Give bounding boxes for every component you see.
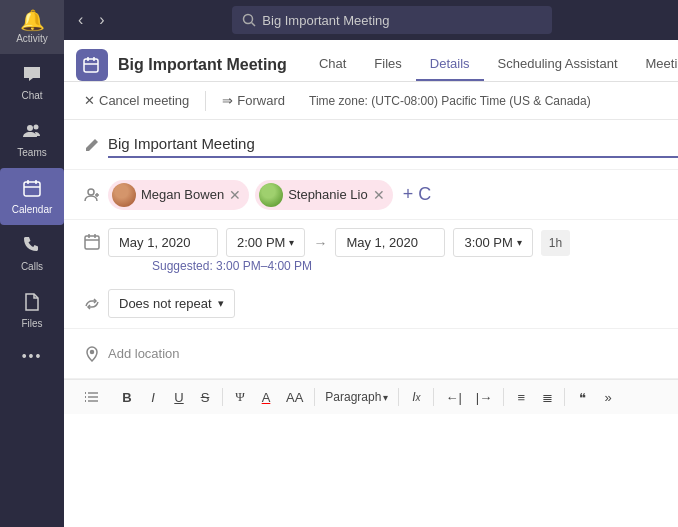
sidebar-item-label: Calendar	[12, 204, 53, 215]
underline-button[interactable]: U	[168, 387, 190, 408]
avatar-stephanie	[259, 183, 283, 207]
title-content	[108, 131, 678, 158]
start-time-chevron-icon: ▾	[289, 237, 294, 248]
sidebar-item-label: Files	[21, 318, 42, 329]
sidebar-item-teams[interactable]: Teams	[0, 111, 64, 168]
top-nav: ‹ ›	[64, 0, 678, 40]
font-color-button[interactable]: A	[255, 387, 277, 408]
tab-files[interactable]: Files	[360, 48, 415, 81]
chat-icon	[22, 64, 42, 87]
attendee-name-stephanie: Stephanie Lio	[288, 187, 368, 202]
svg-line-7	[252, 23, 256, 27]
svg-point-6	[244, 15, 253, 24]
repeat-content: Does not repeat ▾	[108, 289, 678, 318]
end-time-chevron-icon: ▾	[517, 237, 522, 248]
sidebar-item-calendar[interactable]: Calendar	[0, 168, 64, 225]
activity-icon: 🔔	[20, 10, 45, 30]
sidebar-item-files[interactable]: Files	[0, 282, 64, 339]
bold-button[interactable]: B	[116, 387, 138, 408]
repeat-select[interactable]: Does not repeat ▾	[108, 289, 235, 318]
paragraph-label: Paragraph	[325, 390, 381, 404]
clear-format-button[interactable]: Ix	[405, 387, 427, 407]
datetime-row: May 1, 2020 2:00 PM ▾ → May 1, 2020 3:00…	[64, 220, 678, 279]
svg-rect-2	[24, 182, 40, 196]
rte-divider-4	[433, 388, 434, 406]
sidebar-item-label: Teams	[17, 147, 46, 158]
forward-icon: ⇒	[222, 93, 233, 108]
forward-button[interactable]: ›	[93, 7, 110, 33]
edit-icon	[76, 137, 108, 153]
paragraph-select[interactable]: Paragraph ▾	[321, 387, 392, 407]
sidebar-item-activity[interactable]: 🔔 Activity	[0, 0, 64, 54]
teams-icon	[22, 121, 42, 144]
date-arrow-icon: →	[313, 235, 327, 251]
location-input[interactable]: Add location	[108, 346, 180, 361]
avatar-megan	[112, 183, 136, 207]
date-time-inputs: May 1, 2020 2:00 PM ▾ → May 1, 2020 3:00…	[108, 228, 678, 257]
more-icon: •••	[22, 349, 43, 363]
search-icon	[242, 13, 256, 27]
start-date-input[interactable]: May 1, 2020	[108, 228, 218, 257]
sidebar-item-calls[interactable]: Calls	[0, 225, 64, 282]
location-row: Add location	[64, 329, 678, 379]
rte-divider-2	[314, 388, 315, 406]
attendee-name-megan: Megan Bowen	[141, 187, 224, 202]
datetime-icon	[76, 234, 108, 250]
forward-label: Forward	[237, 93, 285, 108]
remove-attendee-megan[interactable]: ✕	[229, 187, 241, 203]
numbered-list-button[interactable]: ≣	[536, 387, 558, 408]
location-content: Add location	[108, 346, 678, 361]
meeting-title-input[interactable]	[108, 131, 678, 158]
forward-button[interactable]: ⇒ Forward	[214, 90, 293, 111]
quote-button[interactable]: ❝	[571, 387, 593, 408]
tab-chat[interactable]: Chat	[305, 48, 360, 81]
search-input[interactable]	[262, 13, 542, 28]
end-time-value: 3:00 PM	[464, 235, 512, 250]
title-row	[64, 120, 678, 170]
more-format-button[interactable]: »	[597, 387, 619, 408]
rte-divider-3	[398, 388, 399, 406]
paragraph-chevron-icon: ▾	[383, 392, 388, 403]
sidebar-item-label: Activity	[16, 33, 48, 44]
repeat-value: Does not repeat	[119, 296, 212, 311]
rte-divider-6	[564, 388, 565, 406]
svg-point-1	[34, 125, 39, 130]
timezone-text: Time zone: (UTC-08:00) Pacific Time (US …	[309, 94, 678, 108]
remove-attendee-stephanie[interactable]: ✕	[373, 187, 385, 203]
attendees-content: Megan Bowen ✕ Stephanie Lio ✕ + C	[108, 180, 678, 210]
italic-button[interactable]: I	[142, 387, 164, 408]
indent-button[interactable]: |→	[471, 387, 497, 408]
font-size-button[interactable]: AA	[281, 387, 308, 408]
sidebar-item-more[interactable]: •••	[0, 339, 64, 373]
calls-icon	[22, 235, 42, 258]
add-attendee-button[interactable]: + C	[403, 184, 432, 205]
svg-point-0	[27, 125, 33, 131]
sidebar: 🔔 Activity Chat Teams Calendar Calls Fil…	[0, 0, 64, 527]
end-time-select[interactable]: 3:00 PM ▾	[453, 228, 532, 257]
back-button[interactable]: ‹	[72, 7, 89, 33]
cancel-meeting-button[interactable]: ✕ Cancel meeting	[76, 90, 197, 111]
outdent-button[interactable]: ←|	[440, 387, 466, 408]
tab-scheduling[interactable]: Scheduling Assistant	[484, 48, 632, 81]
start-time-value: 2:00 PM	[237, 235, 285, 250]
search-bar	[232, 6, 552, 34]
sidebar-item-label: Calls	[21, 261, 43, 272]
rich-text-toolbar: B I U S Ψ A AA Paragraph ▾ Ix ←| |→ ≡ ≣ …	[64, 379, 678, 414]
suggested-time-text: Suggested: 3:00 PM–4:00 PM	[108, 257, 678, 279]
svg-point-12	[88, 189, 94, 195]
location-icon	[76, 346, 108, 362]
svg-point-19	[91, 350, 94, 353]
tab-details[interactable]: Details	[416, 48, 484, 81]
bullet-list-button[interactable]: ≡	[510, 387, 532, 408]
strikethrough-button[interactable]: S	[194, 387, 216, 408]
rte-divider-5	[503, 388, 504, 406]
list-icon	[76, 389, 108, 405]
start-time-select[interactable]: 2:00 PM ▾	[226, 228, 305, 257]
end-date-input[interactable]: May 1, 2020	[335, 228, 445, 257]
special-format-button[interactable]: Ψ	[229, 386, 251, 408]
repeat-chevron-icon: ▾	[218, 297, 224, 310]
tab-notes[interactable]: Meeting notes	[632, 48, 678, 81]
tab-navigation: Chat Files Details Scheduling Assistant …	[305, 48, 678, 81]
sidebar-item-chat[interactable]: Chat	[0, 54, 64, 111]
meeting-header: Big Important Meeting Chat Files Details…	[64, 40, 678, 82]
